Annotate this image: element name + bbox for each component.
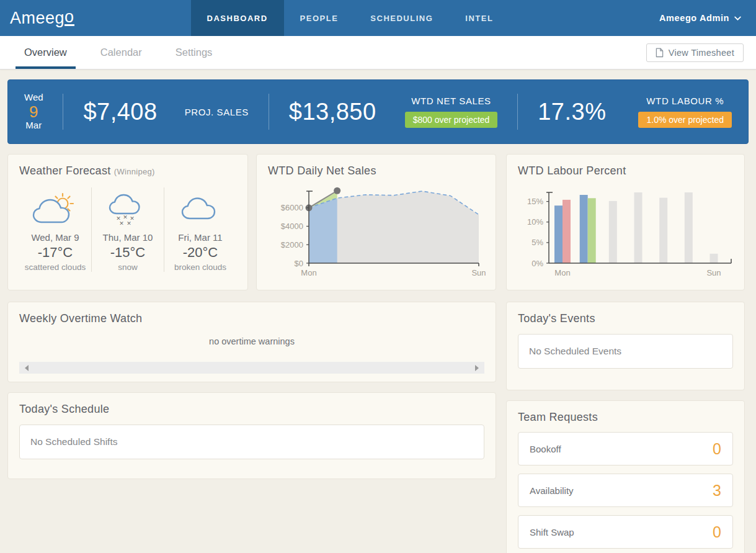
overtime-watch-card: Weekly Overtime Watch no overtime warnin… [7, 302, 496, 382]
top-navigation: Ameego DASHBOARD PEOPLE SCHEDULING INTEL… [0, 0, 756, 36]
svg-text:$6000: $6000 [281, 203, 303, 212]
app-logo[interactable]: Ameego [0, 0, 84, 36]
scroll-left-arrow-icon[interactable] [25, 365, 29, 371]
horizontal-scrollbar[interactable] [19, 362, 484, 374]
svg-text:$4000: $4000 [281, 222, 303, 231]
user-menu[interactable]: Ameego Admin [644, 0, 756, 36]
request-count: 3 [713, 482, 721, 500]
stats-banner: Wed 9 Mar $7,408 PROJ. SALES $13,850 WTD… [7, 79, 749, 144]
svg-text:0%: 0% [531, 259, 543, 268]
secondary-navigation: Overview Calendar Settings View Timeshee… [0, 36, 756, 70]
svg-text:$0: $0 [295, 259, 303, 268]
document-icon [656, 48, 664, 58]
banner-divider [269, 94, 269, 130]
labour-badge: 1.0% over projected [638, 112, 732, 128]
svg-text:Mon: Mon [554, 268, 570, 277]
nav-tab-scheduling[interactable]: SCHEDULING [354, 0, 449, 36]
svg-text:✕: ✕ [127, 220, 131, 226]
weather-day-fri: Fri, Mar 11 -20°C broken clouds [164, 187, 236, 272]
weather-location: (Winnipeg) [114, 167, 155, 176]
user-menu-label: Ameego Admin [659, 13, 729, 23]
nav-tab-intel[interactable]: INTEL [449, 0, 509, 36]
weather-day-wed: Wed, Mar 9 -17°C scattered clouds [19, 187, 91, 272]
weather-temp: -15°C [92, 245, 164, 261]
request-label: Availability [530, 485, 574, 496]
svg-text:✕: ✕ [123, 214, 128, 220]
svg-text:10%: 10% [527, 217, 543, 227]
labour-stat: 17.3% WTD LABOUR % 1.0% over projected [538, 96, 732, 128]
svg-text:Sun: Sun [706, 268, 721, 277]
weather-temp: -17°C [19, 245, 91, 261]
weather-card-title: Weather Forecast (Winnipeg) [19, 164, 236, 178]
weather-date: Thu, Mar 10 [92, 232, 164, 243]
labour-value: 17.3% [538, 99, 606, 125]
labour-chart-title: WTD Labour Percent [518, 164, 733, 178]
team-request-row-shiftswap[interactable]: Shift Swap 0 [518, 515, 733, 549]
svg-text:$2000: $2000 [281, 240, 303, 250]
team-requests-title: Team Requests [518, 411, 733, 424]
events-title: Today's Events [518, 312, 733, 325]
view-timesheet-button[interactable]: View Timesheet [646, 43, 744, 62]
snow-cloud-icon: ✕✕✕ ✕✕ [92, 189, 164, 226]
logo-text-underlined: o [64, 11, 74, 26]
labour-label: WTD LABOUR % [646, 96, 724, 106]
weather-condition: scattered clouds [19, 263, 91, 272]
date-day: 9 [24, 103, 43, 121]
weather-condition: broken clouds [164, 263, 236, 272]
request-label: Shift Swap [530, 527, 574, 537]
todays-events-card: Today's Events No Scheduled Events [506, 302, 745, 390]
svg-text:✕: ✕ [119, 220, 124, 226]
team-requests-card: Team Requests Bookoff 0 Availability 3 S… [506, 400, 745, 553]
request-count: 0 [713, 440, 721, 458]
primary-nav: DASHBOARD PEOPLE SCHEDULING INTEL [191, 0, 510, 36]
weather-forecast-card: Weather Forecast (Winnipeg) [7, 154, 248, 290]
overtime-title: Weekly Overtime Watch [19, 312, 484, 325]
team-request-row-bookoff[interactable]: Bookoff 0 [518, 432, 733, 465]
cloud-icon [164, 189, 236, 226]
nav-tab-people[interactable]: PEOPLE [284, 0, 355, 36]
team-request-row-availability[interactable]: Availability 3 [518, 474, 733, 507]
svg-text:15%: 15% [527, 197, 543, 206]
labour-percent-chart: 0%5%10%15%MonSun [518, 181, 733, 290]
net-sales-stat: $13,850 WTD NET SALES $800 over projecte… [289, 96, 498, 128]
nav-tab-dashboard[interactable]: DASHBOARD [191, 0, 284, 36]
banner-divider [517, 94, 518, 130]
todays-schedule-card: Today's Schedule No Scheduled Shifts [7, 392, 496, 479]
proj-sales-stat: $7,408 PROJ. SALES [83, 99, 249, 125]
tab-settings[interactable]: Settings [167, 36, 221, 69]
tab-overview[interactable]: Overview [16, 36, 76, 69]
tab-calendar[interactable]: Calendar [92, 36, 151, 69]
schedule-empty-message: No Scheduled Shifts [19, 425, 484, 459]
overtime-empty-message: no overtime warnings [19, 336, 484, 346]
labour-percent-card: WTD Labour Percent 0%5%10%15%MonSun [506, 154, 745, 290]
net-sales-label: WTD NET SALES [411, 96, 491, 106]
svg-text:5%: 5% [531, 238, 543, 247]
date-month: Mar [24, 120, 43, 131]
weather-condition: snow [92, 263, 164, 272]
date-weekday: Wed [24, 92, 43, 103]
weather-day-thu: ✕✕✕ ✕✕ Thu, Mar 10 -15°C snow [91, 187, 164, 272]
banner-divider [63, 94, 63, 130]
weather-date: Fri, Mar 11 [164, 232, 236, 243]
net-sales-badge: $800 over projected [405, 112, 498, 128]
schedule-title: Today's Schedule [19, 403, 484, 416]
dashboard-main: Wed 9 Mar $7,408 PROJ. SALES $13,850 WTD… [0, 70, 756, 553]
request-count: 0 [713, 523, 721, 541]
events-empty-message: No Scheduled Events [518, 334, 733, 369]
chevron-down-icon [734, 16, 741, 20]
svg-text:Mon: Mon [301, 268, 316, 277]
net-sales-chart-title: WTD Daily Net Sales [268, 164, 484, 178]
scroll-right-arrow-icon[interactable] [475, 365, 479, 371]
net-sales-card: WTD Daily Net Sales $0$2000$4000$6000Mon… [256, 154, 496, 290]
svg-text:Sun: Sun [471, 268, 486, 277]
net-sales-value: $13,850 [289, 99, 376, 125]
request-label: Bookoff [530, 444, 561, 454]
weather-date: Wed, Mar 9 [19, 232, 91, 243]
date-block: Wed 9 Mar [24, 92, 43, 131]
subnav-tabs: Overview Calendar Settings [7, 36, 229, 69]
weather-temp: -20°C [164, 245, 236, 261]
sun-cloud-icon [19, 189, 91, 226]
logo-text: Ameeg [10, 9, 64, 28]
proj-sales-label: PROJ. SALES [185, 107, 249, 117]
proj-sales-value: $7,408 [83, 99, 157, 125]
